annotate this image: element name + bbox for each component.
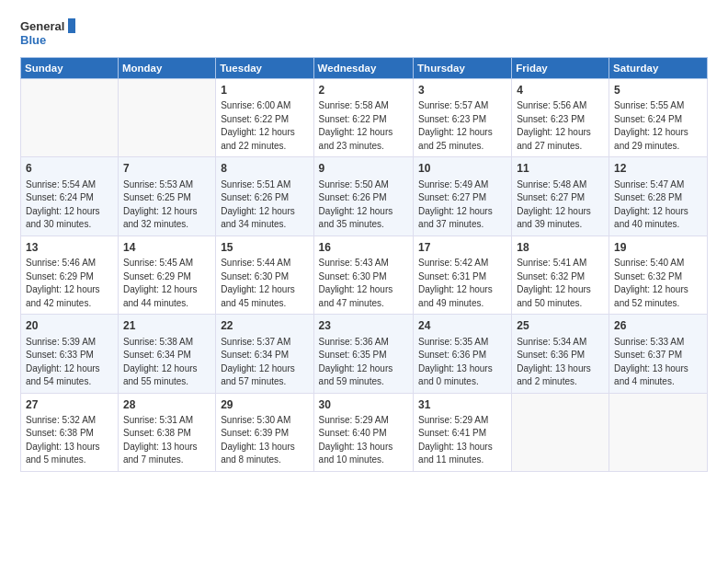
calendar-cell: 29Sunrise: 5:30 AM Sunset: 6:39 PM Dayli…	[216, 393, 313, 471]
day-number: 27	[26, 397, 113, 413]
calendar-cell: 19Sunrise: 5:40 AM Sunset: 6:32 PM Dayli…	[609, 236, 708, 314]
day-number: 8	[221, 161, 308, 177]
day-detail: Sunrise: 5:57 AM Sunset: 6:23 PM Dayligh…	[418, 99, 506, 153]
day-number: 19	[614, 240, 702, 256]
calendar-cell: 21Sunrise: 5:38 AM Sunset: 6:34 PM Dayli…	[118, 315, 215, 393]
day-detail: Sunrise: 5:32 AM Sunset: 6:38 PM Dayligh…	[26, 414, 113, 467]
calendar-cell: 22Sunrise: 5:37 AM Sunset: 6:34 PM Dayli…	[216, 315, 313, 393]
day-of-week-header: Saturday	[609, 58, 708, 79]
calendar-cell: 2Sunrise: 5:58 AM Sunset: 6:22 PM Daylig…	[313, 79, 413, 157]
day-number: 13	[26, 240, 113, 256]
calendar-week-row: 6Sunrise: 5:54 AM Sunset: 6:24 PM Daylig…	[21, 157, 708, 236]
day-number: 23	[319, 318, 408, 334]
day-number: 31	[418, 397, 506, 413]
day-number: 2	[319, 83, 408, 98]
calendar-week-row: 27Sunrise: 5:32 AM Sunset: 6:38 PM Dayli…	[21, 393, 708, 471]
calendar-cell: 13Sunrise: 5:46 AM Sunset: 6:29 PM Dayli…	[21, 236, 119, 314]
calendar-cell: 30Sunrise: 5:29 AM Sunset: 6:40 PM Dayli…	[313, 393, 413, 471]
calendar-cell	[118, 79, 215, 157]
day-detail: Sunrise: 5:47 AM Sunset: 6:28 PM Dayligh…	[614, 178, 702, 232]
day-number: 14	[123, 240, 210, 256]
day-detail: Sunrise: 5:55 AM Sunset: 6:24 PM Dayligh…	[614, 99, 702, 153]
day-number: 17	[418, 240, 506, 256]
day-detail: Sunrise: 5:49 AM Sunset: 6:27 PM Dayligh…	[418, 178, 506, 232]
day-number: 30	[319, 397, 408, 413]
calendar-cell: 28Sunrise: 5:31 AM Sunset: 6:38 PM Dayli…	[118, 393, 215, 471]
calendar-cell: 12Sunrise: 5:47 AM Sunset: 6:28 PM Dayli…	[609, 157, 708, 236]
page: General Blue SundayMondayTuesdayWednesda…	[0, 0, 728, 563]
calendar-cell: 5Sunrise: 5:55 AM Sunset: 6:24 PM Daylig…	[609, 79, 708, 157]
day-of-week-header: Wednesday	[313, 58, 413, 79]
day-number: 20	[26, 318, 113, 334]
calendar-cell: 16Sunrise: 5:43 AM Sunset: 6:30 PM Dayli…	[313, 236, 413, 314]
day-number: 9	[319, 161, 408, 177]
day-detail: Sunrise: 5:53 AM Sunset: 6:25 PM Dayligh…	[123, 178, 210, 232]
day-number: 22	[221, 318, 308, 334]
day-detail: Sunrise: 5:50 AM Sunset: 6:26 PM Dayligh…	[319, 178, 408, 232]
calendar-cell: 8Sunrise: 5:51 AM Sunset: 6:26 PM Daylig…	[216, 157, 313, 236]
day-detail: Sunrise: 6:00 AM Sunset: 6:22 PM Dayligh…	[221, 99, 308, 153]
calendar-cell: 9Sunrise: 5:50 AM Sunset: 6:26 PM Daylig…	[313, 157, 413, 236]
day-detail: Sunrise: 5:39 AM Sunset: 6:33 PM Dayligh…	[26, 336, 113, 389]
day-detail: Sunrise: 5:38 AM Sunset: 6:34 PM Dayligh…	[123, 336, 210, 389]
day-number: 26	[614, 318, 702, 334]
calendar-cell: 24Sunrise: 5:35 AM Sunset: 6:36 PM Dayli…	[414, 315, 512, 393]
calendar-cell: 1Sunrise: 6:00 AM Sunset: 6:22 PM Daylig…	[216, 79, 313, 157]
calendar-cell	[512, 393, 609, 471]
day-detail: Sunrise: 5:56 AM Sunset: 6:23 PM Dayligh…	[517, 99, 604, 153]
logo: General Blue	[20, 17, 75, 50]
day-detail: Sunrise: 5:36 AM Sunset: 6:35 PM Dayligh…	[319, 336, 408, 389]
calendar-cell: 3Sunrise: 5:57 AM Sunset: 6:23 PM Daylig…	[414, 79, 512, 157]
calendar-cell: 25Sunrise: 5:34 AM Sunset: 6:36 PM Dayli…	[512, 315, 609, 393]
calendar-cell: 26Sunrise: 5:33 AM Sunset: 6:37 PM Dayli…	[609, 315, 708, 393]
day-detail: Sunrise: 5:31 AM Sunset: 6:38 PM Dayligh…	[123, 414, 210, 467]
day-detail: Sunrise: 5:37 AM Sunset: 6:34 PM Dayligh…	[221, 336, 308, 389]
day-number: 16	[319, 240, 408, 256]
day-of-week-header: Friday	[512, 58, 609, 79]
day-of-week-header: Sunday	[21, 58, 119, 79]
day-number: 1	[221, 83, 308, 98]
day-number: 10	[418, 161, 506, 177]
calendar-cell: 11Sunrise: 5:48 AM Sunset: 6:27 PM Dayli…	[512, 157, 609, 236]
day-detail: Sunrise: 5:41 AM Sunset: 6:32 PM Dayligh…	[517, 257, 604, 310]
day-number: 18	[517, 240, 604, 256]
day-detail: Sunrise: 5:44 AM Sunset: 6:30 PM Dayligh…	[221, 257, 308, 310]
calendar-cell	[21, 79, 119, 157]
calendar-cell	[609, 393, 708, 471]
calendar-cell: 10Sunrise: 5:49 AM Sunset: 6:27 PM Dayli…	[414, 157, 512, 236]
day-detail: Sunrise: 5:29 AM Sunset: 6:40 PM Dayligh…	[319, 414, 408, 467]
day-of-week-header: Thursday	[414, 58, 512, 79]
calendar-cell: 14Sunrise: 5:45 AM Sunset: 6:29 PM Dayli…	[118, 236, 215, 314]
calendar-cell: 23Sunrise: 5:36 AM Sunset: 6:35 PM Dayli…	[313, 315, 413, 393]
svg-text:Blue: Blue	[20, 33, 46, 47]
calendar-week-row: 20Sunrise: 5:39 AM Sunset: 6:33 PM Dayli…	[21, 315, 708, 393]
calendar-cell: 7Sunrise: 5:53 AM Sunset: 6:25 PM Daylig…	[118, 157, 215, 236]
day-detail: Sunrise: 5:33 AM Sunset: 6:37 PM Dayligh…	[614, 336, 702, 389]
calendar-table: SundayMondayTuesdayWednesdayThursdayFrid…	[20, 57, 708, 472]
calendar-header-row: SundayMondayTuesdayWednesdayThursdayFrid…	[21, 58, 708, 79]
day-detail: Sunrise: 5:48 AM Sunset: 6:27 PM Dayligh…	[517, 178, 604, 232]
day-detail: Sunrise: 5:30 AM Sunset: 6:39 PM Dayligh…	[221, 414, 308, 467]
day-number: 15	[221, 240, 308, 256]
day-detail: Sunrise: 5:51 AM Sunset: 6:26 PM Dayligh…	[221, 178, 308, 232]
calendar-cell: 18Sunrise: 5:41 AM Sunset: 6:32 PM Dayli…	[512, 236, 609, 314]
logo-svg: General Blue	[20, 17, 75, 50]
calendar-cell: 4Sunrise: 5:56 AM Sunset: 6:23 PM Daylig…	[512, 79, 609, 157]
svg-text:General: General	[20, 19, 64, 33]
day-number: 5	[614, 83, 702, 98]
calendar-cell: 27Sunrise: 5:32 AM Sunset: 6:38 PM Dayli…	[21, 393, 119, 471]
calendar-cell: 31Sunrise: 5:29 AM Sunset: 6:41 PM Dayli…	[414, 393, 512, 471]
day-number: 11	[517, 161, 604, 177]
calendar-week-row: 1Sunrise: 6:00 AM Sunset: 6:22 PM Daylig…	[21, 79, 708, 157]
day-number: 6	[26, 161, 113, 177]
day-of-week-header: Monday	[118, 58, 215, 79]
day-number: 4	[517, 83, 604, 98]
day-of-week-header: Tuesday	[216, 58, 313, 79]
day-number: 25	[517, 318, 604, 334]
day-detail: Sunrise: 5:58 AM Sunset: 6:22 PM Dayligh…	[319, 99, 408, 153]
day-number: 3	[418, 83, 506, 98]
day-number: 21	[123, 318, 210, 334]
header: General Blue	[20, 17, 708, 50]
day-number: 28	[123, 397, 210, 413]
calendar-cell: 17Sunrise: 5:42 AM Sunset: 6:31 PM Dayli…	[414, 236, 512, 314]
